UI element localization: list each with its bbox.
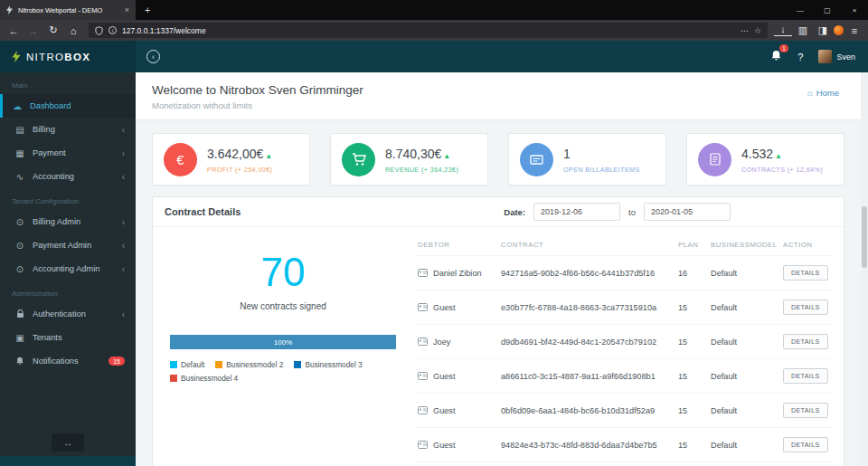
- page-actions-icon[interactable]: ⋯: [741, 26, 749, 35]
- new-contracts-count: 70: [170, 252, 396, 292]
- panel-title: Contract Details: [165, 206, 241, 217]
- bookmark-star-icon[interactable]: ☆: [754, 26, 761, 35]
- panel-header: Contract Details Date: to: [153, 197, 844, 227]
- legend-swatch: [215, 361, 222, 368]
- date-to-input[interactable]: [644, 203, 731, 221]
- breadcrumb[interactable]: ⌂ Home: [807, 88, 839, 98]
- sidebars-icon[interactable]: ◨: [814, 24, 832, 36]
- debtor-card-icon: [418, 441, 428, 449]
- date-from-input[interactable]: [533, 203, 620, 221]
- table-row: Guest 2de09cb7-ff40-4ab4-8b66-1f9a86eace…: [414, 462, 832, 466]
- sidebar-item-payment-admin[interactable]: ⊙ Payment Admin ‹: [0, 233, 136, 257]
- details-button[interactable]: DETAILS: [783, 437, 828, 452]
- sidebar-item-billing-admin[interactable]: ⊙ Billing Admin ‹: [0, 210, 136, 233]
- stat-value: 8.740,30€: [385, 147, 441, 161]
- sidebar-toggle-icon[interactable]: ‹: [146, 50, 160, 63]
- scrollbar-thumb[interactable]: [862, 206, 867, 268]
- businessmodel-value: Default: [707, 428, 779, 462]
- businessmodel-value: Default: [707, 256, 779, 290]
- column-header-plan: PLAN: [675, 233, 707, 256]
- details-button[interactable]: DETAILS: [783, 368, 828, 384]
- content-scrollbar[interactable]: [861, 72, 868, 466]
- legend-label: Businessmodel 3: [305, 360, 362, 369]
- browser-tab[interactable]: Nitrobox Webportal - DEMO ×: [0, 0, 136, 20]
- sidebar-item-label: Tenants: [33, 333, 62, 342]
- user-menu[interactable]: Sven: [818, 50, 855, 63]
- breadcrumb-home-label: Home: [816, 88, 839, 98]
- user-avatar: [818, 50, 832, 63]
- sidebar-section-administration: Administration: [0, 281, 136, 302]
- new-tab-icon[interactable]: +: [145, 5, 150, 15]
- notifications-bell[interactable]: 1: [770, 49, 782, 65]
- profile-icon[interactable]: [834, 25, 844, 35]
- user-name: Sven: [836, 52, 855, 62]
- sidebar-item-payment[interactable]: ▦ Payment ‹: [0, 141, 136, 165]
- details-button[interactable]: DETAILS: [783, 300, 828, 315]
- favicon: [6, 5, 13, 14]
- chevron-left-icon: ‹: [122, 264, 125, 274]
- sidebar-item-accounting-admin[interactable]: ⊙ Accounting Admin ‹: [0, 257, 136, 281]
- window-maximize-icon[interactable]: ▢: [814, 0, 841, 20]
- businessmodel-progress-bar: 100%: [170, 335, 396, 349]
- date-label: Date:: [504, 207, 525, 217]
- collapse-sidebar-button[interactable]: ↔: [52, 433, 84, 452]
- main-content: Welcome to Nitrobox Sven Grimminger Mone…: [136, 72, 868, 466]
- details-button[interactable]: DETAILS: [783, 265, 828, 281]
- contract-id: 2de09cb7-ff40-4ab4-8b66-1f9a86eace94: [497, 462, 675, 466]
- browser-tab-bar: Nitrobox Webportal - DEMO × + — ▢ ×: [0, 0, 868, 20]
- downloads-icon[interactable]: ↓: [774, 24, 792, 36]
- table-row: Guest 94824e43-b73c-48fd-883d-6daa7d4be7…: [414, 428, 832, 462]
- sidebar-footer-strip: [0, 456, 136, 466]
- plan-value: 15: [675, 394, 707, 428]
- window-close-icon[interactable]: ×: [841, 0, 868, 20]
- sidebar-section-tenant-configuration: Tenant Configuration: [0, 188, 136, 210]
- forward-icon[interactable]: →: [24, 25, 42, 36]
- reload-icon[interactable]: ↻: [44, 24, 62, 36]
- browser-window: Nitrobox Webportal - DEMO × + — ▢ × ← → …: [0, 0, 868, 466]
- sidebar-item-notifications[interactable]: Notifications 15: [0, 349, 136, 373]
- debtor-name: Daniel Zibion: [433, 269, 482, 278]
- library-icon[interactable]: ▥: [794, 24, 812, 36]
- window-controls: — ▢ ×: [787, 0, 868, 20]
- billable-items-icon: [520, 143, 553, 176]
- sidebar-item-label: Billing: [33, 125, 55, 134]
- window-minimize-icon[interactable]: —: [787, 0, 814, 20]
- sidebar-item-tenants[interactable]: ▣ Tenants: [0, 326, 136, 349]
- debtor-name: Guest: [433, 372, 456, 381]
- url-text[interactable]: 127.0.0.1:1337/welcome: [122, 26, 735, 35]
- details-button[interactable]: DETAILS: [783, 334, 828, 349]
- help-button[interactable]: ?: [797, 52, 803, 62]
- debtor-card-icon: [418, 372, 428, 380]
- sidebar-item-label: Dashboard: [30, 101, 71, 110]
- contract-id: d9db4691-bf42-449d-84c1-20547cb79102: [497, 325, 675, 359]
- sidebar-item-dashboard[interactable]: ☁ Dashboard: [0, 94, 136, 118]
- nitrobox-logo[interactable]: NITROBOX: [0, 41, 136, 72]
- tab-close-icon[interactable]: ×: [125, 5, 129, 14]
- site-info-icon[interactable]: i: [108, 26, 117, 34]
- stat-card-profit: € 3.642,00€▲ PROFIT (+ 254,00€): [152, 133, 310, 185]
- home-icon[interactable]: ⌂: [64, 25, 82, 36]
- menu-icon[interactable]: ≡: [845, 25, 863, 36]
- date-to-label: to: [628, 207, 636, 217]
- chevron-left-icon: ‹: [122, 309, 125, 319]
- table-row: Guest e30b77fc-6788-4a18-8663-3ca7731591…: [414, 290, 832, 325]
- sidebar-section-main: Main: [0, 72, 136, 94]
- contracts-icon: [698, 143, 731, 176]
- shield-icon[interactable]: [95, 26, 103, 35]
- profit-icon: €: [164, 143, 197, 176]
- debtor-name: Guest: [433, 303, 456, 312]
- chevron-left-icon: ‹: [122, 172, 125, 182]
- sidebar-item-authentication[interactable]: Authentication ‹: [0, 302, 136, 326]
- businessmodel-value: Default: [707, 462, 779, 466]
- sidebar-item-accounting[interactable]: ∿ Accounting ‹: [0, 165, 136, 188]
- billing-icon: ▤: [14, 125, 25, 135]
- trend-up-icon: ▲: [775, 152, 782, 160]
- debtor-card-icon: [418, 338, 428, 346]
- stat-cards-row: € 3.642,00€▲ PROFIT (+ 254,00€) 8.740,30…: [136, 120, 868, 185]
- sidebar-item-billing[interactable]: ▤ Billing ‹: [0, 118, 136, 141]
- details-button[interactable]: DETAILS: [783, 403, 828, 418]
- back-icon[interactable]: ←: [5, 25, 23, 36]
- url-bar[interactable]: i 127.0.0.1:1337/welcome ⋯ ☆: [89, 23, 768, 38]
- debtor-card-icon: [418, 303, 428, 311]
- contract-id: 94824e43-b73c-48fd-883d-6daa7d4be7b5: [497, 428, 675, 462]
